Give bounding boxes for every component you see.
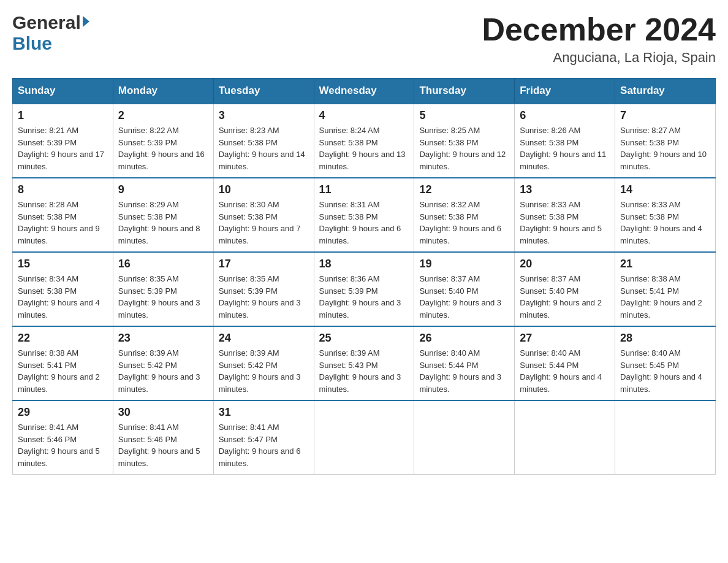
- day-info: Sunrise: 8:40 AMSunset: 5:44 PMDaylight:…: [520, 347, 610, 395]
- day-info: Sunrise: 8:25 AMSunset: 5:38 PMDaylight:…: [419, 124, 509, 172]
- calendar-cell: 10 Sunrise: 8:30 AMSunset: 5:38 PMDaylig…: [213, 178, 314, 252]
- day-info: Sunrise: 8:38 AMSunset: 5:41 PMDaylight:…: [620, 273, 710, 321]
- calendar-cell: 18 Sunrise: 8:36 AMSunset: 5:39 PMDaylig…: [314, 252, 414, 326]
- day-number: 15: [18, 258, 108, 270]
- day-info: Sunrise: 8:41 AMSunset: 5:47 PMDaylight:…: [219, 421, 309, 469]
- logo: General Blue: [12, 12, 90, 54]
- calendar-cell: 14 Sunrise: 8:33 AMSunset: 5:38 PMDaylig…: [615, 178, 716, 252]
- day-info: Sunrise: 8:41 AMSunset: 5:46 PMDaylight:…: [118, 421, 208, 469]
- day-number: 7: [620, 109, 710, 122]
- day-number: 3: [219, 109, 309, 122]
- calendar-cell: 19 Sunrise: 8:37 AMSunset: 5:40 PMDaylig…: [414, 252, 515, 326]
- calendar-cell: 16 Sunrise: 8:35 AMSunset: 5:39 PMDaylig…: [113, 252, 213, 326]
- calendar-cell: [314, 400, 414, 475]
- day-number: 21: [620, 258, 710, 270]
- day-number: 14: [620, 183, 710, 196]
- day-info: Sunrise: 8:33 AMSunset: 5:38 PMDaylight:…: [620, 199, 710, 247]
- day-info: Sunrise: 8:35 AMSunset: 5:39 PMDaylight:…: [219, 273, 309, 321]
- calendar-cell: [515, 400, 615, 475]
- calendar-cell: 17 Sunrise: 8:35 AMSunset: 5:39 PMDaylig…: [213, 252, 314, 326]
- calendar-cell: 9 Sunrise: 8:29 AMSunset: 5:38 PMDayligh…: [113, 178, 213, 252]
- day-info: Sunrise: 8:41 AMSunset: 5:46 PMDaylight:…: [18, 421, 108, 469]
- day-info: Sunrise: 8:37 AMSunset: 5:40 PMDaylight:…: [419, 273, 509, 321]
- calendar-cell: [414, 400, 515, 475]
- day-info: Sunrise: 8:39 AMSunset: 5:42 PMDaylight:…: [219, 347, 309, 395]
- day-number: 29: [18, 406, 108, 419]
- calendar-table: Sunday Monday Tuesday Wednesday Thursday…: [12, 78, 716, 475]
- day-number: 31: [219, 406, 309, 419]
- day-number: 23: [118, 332, 208, 345]
- calendar-cell: 6 Sunrise: 8:26 AMSunset: 5:38 PMDayligh…: [515, 104, 615, 178]
- day-info: Sunrise: 8:27 AMSunset: 5:38 PMDaylight:…: [620, 124, 710, 172]
- day-number: 26: [419, 332, 509, 345]
- day-info: Sunrise: 8:40 AMSunset: 5:45 PMDaylight:…: [620, 347, 710, 395]
- day-number: 18: [319, 258, 409, 270]
- week-row-2: 8 Sunrise: 8:28 AMSunset: 5:38 PMDayligh…: [13, 178, 716, 252]
- day-number: 13: [520, 183, 610, 196]
- calendar-cell: 25 Sunrise: 8:39 AMSunset: 5:43 PMDaylig…: [314, 326, 414, 400]
- calendar-cell: 3 Sunrise: 8:23 AMSunset: 5:38 PMDayligh…: [213, 104, 314, 178]
- header-sunday: Sunday: [13, 79, 113, 104]
- day-number: 24: [219, 332, 309, 345]
- week-row-1: 1 Sunrise: 8:21 AMSunset: 5:39 PMDayligh…: [13, 104, 716, 178]
- header-thursday: Thursday: [414, 79, 515, 104]
- calendar-cell: 2 Sunrise: 8:22 AMSunset: 5:39 PMDayligh…: [113, 104, 213, 178]
- logo-general: General: [12, 12, 81, 33]
- weekday-header-row: Sunday Monday Tuesday Wednesday Thursday…: [13, 79, 716, 104]
- day-number: 11: [319, 183, 409, 196]
- header-monday: Monday: [113, 79, 213, 104]
- day-info: Sunrise: 8:36 AMSunset: 5:39 PMDaylight:…: [319, 273, 409, 321]
- calendar-cell: 4 Sunrise: 8:24 AMSunset: 5:38 PMDayligh…: [314, 104, 414, 178]
- day-info: Sunrise: 8:21 AMSunset: 5:39 PMDaylight:…: [18, 124, 108, 172]
- day-info: Sunrise: 8:34 AMSunset: 5:38 PMDaylight:…: [18, 273, 108, 321]
- day-info: Sunrise: 8:35 AMSunset: 5:39 PMDaylight:…: [118, 273, 208, 321]
- calendar-cell: 28 Sunrise: 8:40 AMSunset: 5:45 PMDaylig…: [615, 326, 716, 400]
- calendar-cell: 31 Sunrise: 8:41 AMSunset: 5:47 PMDaylig…: [213, 400, 314, 475]
- day-number: 27: [520, 332, 610, 345]
- calendar-cell: 11 Sunrise: 8:31 AMSunset: 5:38 PMDaylig…: [314, 178, 414, 252]
- day-number: 12: [419, 183, 509, 196]
- day-info: Sunrise: 8:24 AMSunset: 5:38 PMDaylight:…: [319, 124, 409, 172]
- day-number: 28: [620, 332, 710, 345]
- calendar-cell: 26 Sunrise: 8:40 AMSunset: 5:44 PMDaylig…: [414, 326, 515, 400]
- calendar-cell: 20 Sunrise: 8:37 AMSunset: 5:40 PMDaylig…: [515, 252, 615, 326]
- day-number: 5: [419, 109, 509, 122]
- day-info: Sunrise: 8:26 AMSunset: 5:38 PMDaylight:…: [520, 124, 610, 172]
- day-number: 6: [520, 109, 610, 122]
- calendar-subtitle: Anguciana, La Rioja, Spain: [482, 50, 716, 66]
- day-info: Sunrise: 8:39 AMSunset: 5:43 PMDaylight:…: [319, 347, 409, 395]
- page-header: General Blue December 2024 Anguciana, La…: [12, 12, 716, 66]
- week-row-4: 22 Sunrise: 8:38 AMSunset: 5:41 PMDaylig…: [13, 326, 716, 400]
- day-number: 10: [219, 183, 309, 196]
- day-number: 19: [419, 258, 509, 270]
- day-info: Sunrise: 8:28 AMSunset: 5:38 PMDaylight:…: [18, 199, 108, 247]
- day-number: 16: [118, 258, 208, 270]
- day-number: 30: [118, 406, 208, 419]
- calendar-cell: 30 Sunrise: 8:41 AMSunset: 5:46 PMDaylig…: [113, 400, 213, 475]
- day-info: Sunrise: 8:37 AMSunset: 5:40 PMDaylight:…: [520, 273, 610, 321]
- day-number: 9: [118, 183, 208, 196]
- calendar-cell: 7 Sunrise: 8:27 AMSunset: 5:38 PMDayligh…: [615, 104, 716, 178]
- header-saturday: Saturday: [615, 79, 716, 104]
- day-info: Sunrise: 8:22 AMSunset: 5:39 PMDaylight:…: [118, 124, 208, 172]
- calendar-cell: [615, 400, 716, 475]
- calendar-cell: 13 Sunrise: 8:33 AMSunset: 5:38 PMDaylig…: [515, 178, 615, 252]
- week-row-3: 15 Sunrise: 8:34 AMSunset: 5:38 PMDaylig…: [13, 252, 716, 326]
- calendar-cell: 27 Sunrise: 8:40 AMSunset: 5:44 PMDaylig…: [515, 326, 615, 400]
- day-number: 20: [520, 258, 610, 270]
- calendar-cell: 1 Sunrise: 8:21 AMSunset: 5:39 PMDayligh…: [13, 104, 113, 178]
- calendar-cell: 29 Sunrise: 8:41 AMSunset: 5:46 PMDaylig…: [13, 400, 113, 475]
- calendar-cell: 8 Sunrise: 8:28 AMSunset: 5:38 PMDayligh…: [13, 178, 113, 252]
- week-row-5: 29 Sunrise: 8:41 AMSunset: 5:46 PMDaylig…: [13, 400, 716, 475]
- logo-triangle-icon: [83, 16, 89, 27]
- day-number: 1: [18, 109, 108, 122]
- header-wednesday: Wednesday: [314, 79, 414, 104]
- day-info: Sunrise: 8:40 AMSunset: 5:44 PMDaylight:…: [419, 347, 509, 395]
- calendar-title: December 2024: [482, 12, 716, 47]
- day-info: Sunrise: 8:39 AMSunset: 5:42 PMDaylight:…: [118, 347, 208, 395]
- day-number: 8: [18, 183, 108, 196]
- calendar-cell: 23 Sunrise: 8:39 AMSunset: 5:42 PMDaylig…: [113, 326, 213, 400]
- header-tuesday: Tuesday: [213, 79, 314, 104]
- calendar-cell: 22 Sunrise: 8:38 AMSunset: 5:41 PMDaylig…: [13, 326, 113, 400]
- day-number: 17: [219, 258, 309, 270]
